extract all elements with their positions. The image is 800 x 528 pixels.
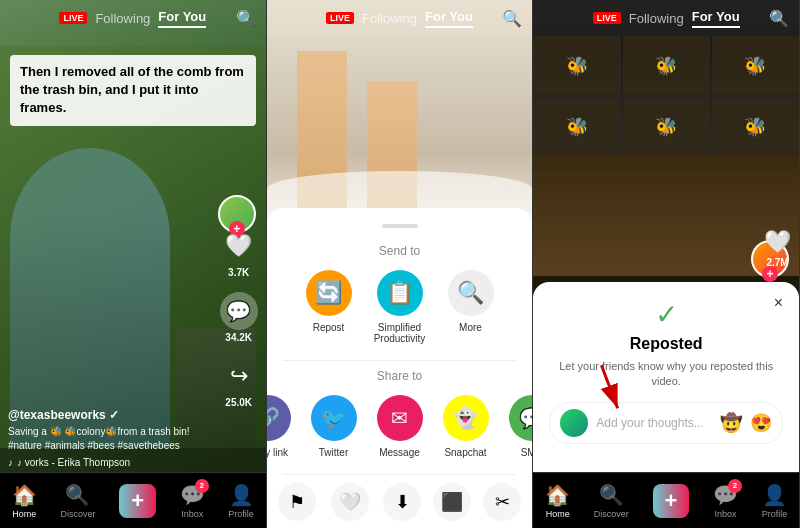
following-tab-p2[interactable]: Following [362,11,417,26]
sheet-handle [382,224,418,228]
not-interested-icon: 🤍 [331,483,369,521]
nav-create-p3[interactable]: + [653,484,690,518]
profile-label: Profile [228,509,254,519]
nav-inbox[interactable]: 💬 2 Inbox [180,483,205,519]
stitch-button[interactable]: ✂ Stitch [483,483,521,528]
inbox-icon: 💬 2 [180,483,205,507]
save-video-button[interactable]: ⬇ Save video [383,483,421,528]
discover-icon: 🔍 [65,483,90,507]
report-icon: ⚑ [278,483,316,521]
nav-inbox-p3[interactable]: 💬 2 Inbox [713,483,738,519]
nav-create[interactable]: + [119,484,156,518]
like-action[interactable]: 🤍 3.7K [220,227,258,278]
sms-label: SMS [521,447,534,458]
twitter-icon: 🐦 [311,395,357,441]
snapchat-icon: 👻 [443,395,489,441]
stitch-icon: ✂ [483,483,521,521]
snapchat-button[interactable]: 👻 Snapchat [443,395,489,458]
bee-cell-6: 🐝 [712,97,799,156]
emoji-cowboy-icon[interactable]: 🤠 [720,412,742,434]
divider-1 [283,360,517,361]
home-label-p3: Home [546,509,570,519]
more-button[interactable]: 🔍 More [448,270,494,344]
divider-2 [283,474,517,475]
text-overlay: Then I removed all of the comb from the … [10,55,256,126]
panel2-top-nav: LIVE Following For You 🔍 [267,0,533,36]
send-to-label: Send to [267,244,533,258]
p3-video-area: 🐝 🐝 🐝 🐝 🐝 🐝 [533,36,799,276]
like-action-p3[interactable]: 🤍 2.7M [764,229,791,268]
more-icon: 🔍 [448,270,494,316]
right-actions-p3: 🤍 2.7M [764,229,791,268]
search-icon-p2[interactable]: 🔍 [502,9,522,28]
repost-check-icon: ✓ [549,298,783,331]
foryou-tab-p3[interactable]: For You [692,9,740,28]
bottom-nav-p1: 🏠 Home 🔍 Discover + 💬 2 Inbox 👤 Profile [0,472,266,528]
p3-upper-grid: 🐝 🐝 🐝 🐝 🐝 🐝 [533,36,799,156]
create-plus-icon: + [119,484,156,518]
panel-2: LIVE Following For You 🔍 + Send to 🔄 [267,0,534,528]
share-icon: ↪ [220,357,258,395]
copy-link-button[interactable]: 🔗 Copy link [267,395,291,458]
share-to-label: Share to [267,369,533,383]
bee-cell-5: 🐝 [623,97,710,156]
snapchat-label: Snapchat [444,447,486,458]
bottom-info-p1: @texasbeeworks ✓ Saving a 🐝 🐝colony🐝from… [8,408,206,468]
emoji-heart-eyes-icon[interactable]: 😍 [750,412,772,434]
bee-cell-2: 🐝 [623,36,710,95]
panel1-top-nav: LIVE Following For You 🔍 [0,0,266,36]
comment-action[interactable]: 💬 34.2K [220,292,258,343]
twitter-label: Twitter [319,447,348,458]
foryou-tab-p2[interactable]: For You [425,9,473,28]
save-video-icon: ⬇ [383,483,421,521]
message-label: Message [379,447,420,458]
more-label: More [459,322,482,333]
profile-icon-p3: 👤 [762,483,787,507]
nav-profile[interactable]: 👤 Profile [228,483,254,519]
following-tab-p3[interactable]: Following [629,11,684,26]
message-icon: ✉ [377,395,423,441]
create-plus-icon-p3: + [653,484,690,518]
nav-discover-p3[interactable]: 🔍 Discover [594,483,629,519]
nav-profile-p3[interactable]: 👤 Profile [762,483,788,519]
share-to-row: 🔗 Copy link 🐦 Twitter ✉ Message 👻 [267,395,533,458]
inbox-label-p3: Inbox [715,509,737,519]
repost-title: Reposted [549,335,783,353]
foryou-tab[interactable]: For You [158,9,206,28]
search-icon-p3[interactable]: 🔍 [769,9,789,28]
copy-link-label: Copy link [267,447,288,458]
simplified-productivity-button[interactable]: 📋 Simplified Productivity [372,270,428,344]
nav-home[interactable]: 🏠 Home [12,483,37,519]
like-icon: 🤍 [220,227,258,265]
share-action[interactable]: ↪ 25.0K [220,357,258,408]
music-note-icon: ♪ [8,457,13,468]
inbox-badge-count: 2 [195,479,209,493]
repost-button[interactable]: 🔄 Repost [306,270,352,344]
repost-label: Repost [313,322,345,333]
search-icon[interactable]: 🔍 [236,9,256,28]
svg-line-3 [590,365,630,408]
comment-icon: 💬 [220,292,258,330]
profile-icon: 👤 [229,483,254,507]
nav-discover[interactable]: 🔍 Discover [60,483,95,519]
sms-button[interactable]: 💬 SMS [509,395,534,458]
follow-plus-p3[interactable]: + [762,266,778,282]
discover-label: Discover [60,509,95,519]
nav-home-p3[interactable]: 🏠 Home [545,483,570,519]
repost-icon: 🔄 [306,270,352,316]
live-badge: LIVE [59,12,87,24]
duet-icon: ⬛ [433,483,471,521]
twitter-button[interactable]: 🐦 Twitter [311,395,357,458]
duet-button[interactable]: ⬛ Duet [433,483,471,528]
report-button[interactable]: ⚑ Report [278,483,316,528]
copy-link-icon: 🔗 [267,395,291,441]
comment-count: 34.2K [225,332,252,343]
repost-close-button[interactable]: × [774,294,783,312]
message-button[interactable]: ✉ Message [377,395,423,458]
music-text: ♪ vorks - Erika Thompson [17,457,130,468]
productivity-icon: 📋 [377,270,423,316]
bottom-nav-p3: 🏠 Home 🔍 Discover + 💬 2 Inbox 👤 Profile [533,472,799,528]
not-interested-button[interactable]: 🤍 Not interested [328,483,372,528]
following-tab[interactable]: Following [95,11,150,26]
share-count: 25.0K [225,397,252,408]
